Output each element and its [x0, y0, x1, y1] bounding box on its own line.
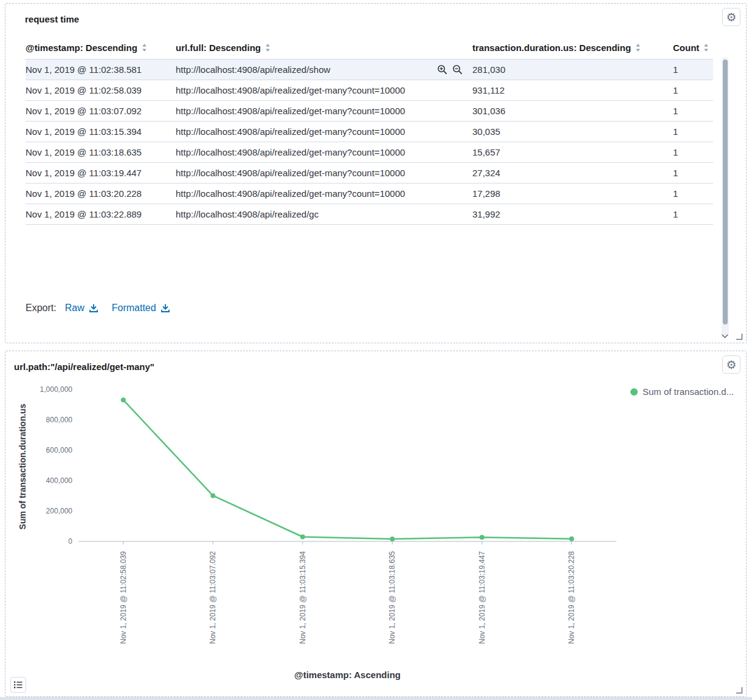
cell-count: 1: [673, 122, 713, 142]
table-row: Nov 1, 2019 @ 11:03:19.447http://localho…: [26, 163, 713, 184]
column-header[interactable]: url.full: Descending: [176, 40, 472, 60]
url-value: http://localhost:4908/api/realized/get-m…: [176, 85, 405, 95]
filter-for-value-button[interactable]: [436, 63, 449, 76]
panel-title: url.path:"/api/realized/get-many": [14, 362, 154, 372]
column-header-label: @timestamp: Descending: [26, 43, 137, 53]
table-row: Nov 1, 2019 @ 11:03:15.394http://localho…: [26, 122, 713, 142]
column-header-label: url.full: Descending: [176, 43, 261, 53]
panel-request-time: request time ⚙ @timestamp: Descendingurl…: [5, 3, 747, 343]
cell-url: http://localhost:4908/api/realized/get-m…: [176, 101, 472, 122]
list-icon: [13, 680, 23, 690]
cell-timestamp: Nov 1, 2019 @ 11:02:38.581: [26, 60, 176, 80]
cell-duration: 15,657: [472, 142, 673, 163]
x-axis-title: @timestamp: Ascending: [78, 670, 616, 680]
data-point[interactable]: [390, 537, 395, 541]
cell-count: 1: [673, 163, 713, 184]
table-scrollbar[interactable]: [722, 57, 729, 337]
column-header-label: Count: [673, 43, 699, 53]
gear-icon: ⚙: [726, 359, 736, 371]
url-value: http://localhost:4908/api/realized/get-m…: [176, 126, 405, 137]
x-tick-label: Nov 1, 2019 @ 11:02:58.039: [119, 551, 128, 644]
panel-url-path-chart: url.path:"/api/realized/get-many" ⚙ Sum …: [5, 351, 747, 697]
table-row: Nov 1, 2019 @ 11:03:07.092http://localho…: [26, 101, 713, 122]
y-tick-label: 1,000,000: [40, 385, 73, 394]
cell-count: 1: [673, 101, 713, 122]
y-tick-label: 600,000: [46, 446, 73, 455]
cell-url: http://localhost:4908/api/realized/get-m…: [176, 184, 472, 204]
cell-count: 1: [673, 60, 713, 80]
data-point[interactable]: [569, 537, 574, 541]
scrollbar-thumb[interactable]: [723, 60, 728, 324]
cell-duration: 931,112: [472, 80, 673, 101]
cell-timestamp: Nov 1, 2019 @ 11:03:20.228: [26, 184, 176, 204]
cell-count: 1: [673, 204, 713, 225]
zoom-out-icon: [452, 64, 463, 75]
export-raw-label: Raw: [65, 303, 85, 314]
export-raw-link[interactable]: Raw: [65, 303, 98, 314]
cell-duration: 30,035: [472, 122, 673, 142]
url-value: http://localhost:4908/api/realized/gc: [176, 209, 319, 219]
column-header[interactable]: Count: [673, 40, 713, 60]
url-value: http://localhost:4908/api/realized/get-m…: [176, 168, 405, 178]
url-value: http://localhost:4908/api/realized/show: [176, 64, 330, 75]
x-tick-label: Nov 1, 2019 @ 11:03:19.447: [478, 551, 486, 644]
column-header[interactable]: transaction.duration.us: Descending: [472, 40, 673, 60]
cell-duration: 281,030: [472, 60, 673, 80]
page-bottom-edge: [0, 697, 752, 700]
legend-label: Sum of transaction.d...: [643, 386, 734, 397]
cell-url: http://localhost:4908/api/realized/gc: [176, 204, 472, 225]
panel-title: request time: [25, 14, 79, 24]
table-row: Nov 1, 2019 @ 11:02:38.581http://localho…: [26, 60, 713, 80]
export-formatted-link[interactable]: Formatted: [112, 303, 170, 314]
sort-icon: [264, 43, 271, 52]
sort-icon: [703, 43, 709, 52]
cell-duration: 31,992: [472, 204, 673, 225]
data-point[interactable]: [121, 397, 126, 402]
x-tick-label: Nov 1, 2019 @ 11:03:20.228: [567, 551, 576, 644]
data-point[interactable]: [480, 535, 485, 540]
export-formatted-label: Formatted: [112, 303, 156, 314]
panel-settings-button[interactable]: ⚙: [722, 355, 740, 374]
cell-timestamp: Nov 1, 2019 @ 11:03:22.889: [26, 204, 176, 225]
y-tick-label: 0: [68, 537, 72, 546]
table-row: Nov 1, 2019 @ 11:03:20.228http://localho…: [26, 184, 713, 204]
table-header-row: @timestamp: Descendingurl.full: Descendi…: [26, 40, 713, 60]
data-point[interactable]: [300, 535, 305, 540]
y-tick-label: 200,000: [46, 507, 73, 515]
cell-url: http://localhost:4908/api/realized/show: [176, 60, 472, 80]
url-value: http://localhost:4908/api/realized/get-m…: [176, 188, 405, 199]
gear-icon: ⚙: [726, 12, 736, 23]
legend-toggle-button[interactable]: [10, 677, 26, 693]
zoom-in-icon: [437, 64, 447, 75]
table-row: Nov 1, 2019 @ 11:03:18.635http://localho…: [26, 142, 713, 163]
download-icon: [160, 303, 170, 313]
panel-resize-handle[interactable]: [734, 332, 743, 340]
cell-duration: 301,036: [472, 101, 673, 122]
panel-resize-handle[interactable]: [734, 685, 743, 694]
y-tick-label: 800,000: [46, 416, 73, 424]
data-point[interactable]: [210, 493, 215, 498]
cell-count: 1: [673, 142, 713, 163]
url-value: http://localhost:4908/api/realized/get-m…: [176, 106, 405, 116]
panel-settings-button[interactable]: ⚙: [722, 8, 740, 26]
download-icon: [89, 303, 98, 313]
x-tick-label: Nov 1, 2019 @ 11:03:18.635: [388, 551, 396, 644]
column-header-label: transaction.duration.us: Descending: [472, 43, 631, 53]
cell-url: http://localhost:4908/api/realized/get-m…: [176, 80, 472, 101]
y-tick-label: 400,000: [46, 476, 73, 485]
column-header[interactable]: @timestamp: Descending: [26, 40, 176, 60]
cell-duration: 17,298: [472, 184, 673, 204]
cell-duration: 27,324: [472, 163, 673, 184]
cell-url: http://localhost:4908/api/realized/get-m…: [176, 163, 472, 184]
row-actions: [436, 63, 464, 76]
cell-url: http://localhost:4908/api/realized/get-m…: [176, 122, 472, 142]
export-row: Export: Raw Formatted: [26, 303, 170, 314]
line-chart[interactable]: 0200,000400,000600,000800,0001,000,000No…: [9, 376, 653, 687]
export-label: Export:: [26, 303, 57, 314]
filter-out-value-button[interactable]: [451, 63, 464, 76]
results-table-wrap: @timestamp: Descendingurl.full: Descendi…: [26, 40, 713, 225]
x-tick-label: Nov 1, 2019 @ 11:03:07.092: [209, 551, 217, 644]
x-tick-label: Nov 1, 2019 @ 11:03:15.394: [298, 551, 307, 644]
results-table: @timestamp: Descendingurl.full: Descendi…: [26, 40, 713, 225]
cell-timestamp: Nov 1, 2019 @ 11:03:19.447: [26, 163, 176, 184]
